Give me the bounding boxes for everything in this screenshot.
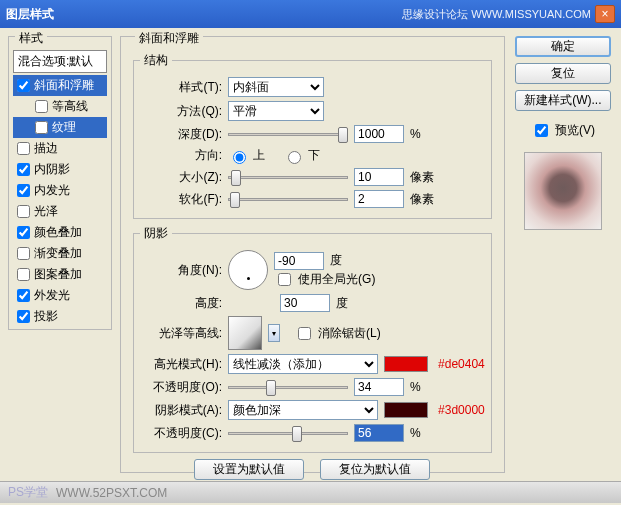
gloss-contour-picker[interactable] bbox=[228, 316, 262, 350]
style-item-label: 外发光 bbox=[34, 287, 70, 304]
shading-group: 阴影 角度(N): 度 使用全局光(G) 高度: bbox=[133, 225, 492, 453]
styles-panel: 样式 混合选项:默认 斜面和浮雕等高线纹理描边内阴影内发光光泽颜色叠加渐变叠加图… bbox=[8, 36, 112, 330]
blend-options-header[interactable]: 混合选项:默认 bbox=[13, 50, 107, 73]
highlight-opacity-label: 不透明度(O): bbox=[140, 379, 222, 396]
shadow-opacity-input[interactable] bbox=[354, 424, 404, 442]
style-item-2[interactable]: 纹理 bbox=[13, 117, 107, 138]
soften-slider[interactable] bbox=[228, 190, 348, 208]
gloss-contour-label: 光泽等高线: bbox=[140, 325, 222, 342]
styles-legend: 样式 bbox=[15, 30, 47, 47]
highlight-color-swatch[interactable] bbox=[384, 356, 428, 372]
depth-slider[interactable] bbox=[228, 125, 348, 143]
pct-label: % bbox=[410, 127, 421, 141]
soften-label: 软化(F): bbox=[140, 191, 222, 208]
shadow-color-swatch[interactable] bbox=[384, 402, 428, 418]
style-item-1[interactable]: 等高线 bbox=[13, 96, 107, 117]
style-item-label: 描边 bbox=[34, 140, 58, 157]
style-item-checkbox[interactable] bbox=[17, 163, 30, 176]
direction-up-radio[interactable]: 上 bbox=[228, 147, 265, 164]
style-item-0[interactable]: 斜面和浮雕 bbox=[13, 75, 107, 96]
preview-thumbnail bbox=[524, 152, 602, 230]
style-item-label: 斜面和浮雕 bbox=[34, 77, 94, 94]
style-item-label: 图案叠加 bbox=[34, 266, 82, 283]
size-label: 大小(Z): bbox=[140, 169, 222, 186]
reset-default-button[interactable]: 复位为默认值 bbox=[320, 459, 430, 480]
footer-badge: PS学堂 bbox=[8, 484, 48, 501]
preview-checkbox[interactable]: 预览(V) bbox=[531, 121, 595, 140]
highlight-mode-select[interactable]: 线性减淡（添加） bbox=[228, 354, 378, 374]
highlight-opacity-input[interactable] bbox=[354, 378, 404, 396]
style-item-checkbox[interactable] bbox=[17, 226, 30, 239]
style-item-9[interactable]: 图案叠加 bbox=[13, 264, 107, 285]
style-item-label: 内阴影 bbox=[34, 161, 70, 178]
style-item-10[interactable]: 外发光 bbox=[13, 285, 107, 306]
style-item-checkbox[interactable] bbox=[35, 100, 48, 113]
style-label: 样式(T): bbox=[140, 79, 222, 96]
highlight-opacity-slider[interactable] bbox=[228, 378, 348, 396]
bevel-panel: 斜面和浮雕 结构 样式(T): 内斜面 方法(Q): 平滑 深度(D): % bbox=[120, 36, 505, 473]
style-item-checkbox[interactable] bbox=[17, 247, 30, 260]
brand-text: 思缘设计论坛 WWW.MISSYUAN.COM bbox=[402, 7, 591, 22]
highlight-hex-annotation: #de0404 bbox=[438, 357, 485, 371]
style-item-label: 颜色叠加 bbox=[34, 224, 82, 241]
depth-label: 深度(D): bbox=[140, 126, 222, 143]
shadow-hex-annotation: #3d0000 bbox=[438, 403, 485, 417]
style-item-4[interactable]: 内阴影 bbox=[13, 159, 107, 180]
style-item-checkbox[interactable] bbox=[17, 268, 30, 281]
style-select[interactable]: 内斜面 bbox=[228, 77, 324, 97]
style-item-label: 等高线 bbox=[52, 98, 88, 115]
method-label: 方法(Q): bbox=[140, 103, 222, 120]
gloss-contour-dropdown[interactable]: ▾ bbox=[268, 324, 280, 342]
angle-wheel[interactable] bbox=[228, 250, 268, 290]
bevel-legend: 斜面和浮雕 bbox=[135, 30, 203, 47]
status-bar: PS学堂 WWW.52PSXT.COM bbox=[0, 481, 621, 503]
style-item-8[interactable]: 渐变叠加 bbox=[13, 243, 107, 264]
style-item-checkbox[interactable] bbox=[17, 310, 30, 323]
style-item-5[interactable]: 内发光 bbox=[13, 180, 107, 201]
size-input[interactable] bbox=[354, 168, 404, 186]
style-item-3[interactable]: 描边 bbox=[13, 138, 107, 159]
style-item-6[interactable]: 光泽 bbox=[13, 201, 107, 222]
structure-group: 结构 样式(T): 内斜面 方法(Q): 平滑 深度(D): % 方向: bbox=[133, 52, 492, 219]
px-label: 像素 bbox=[410, 169, 434, 186]
depth-input[interactable] bbox=[354, 125, 404, 143]
window-title: 图层样式 bbox=[6, 6, 402, 23]
make-default-button[interactable]: 设置为默认值 bbox=[194, 459, 304, 480]
style-item-label: 内发光 bbox=[34, 182, 70, 199]
title-bar: 图层样式 思缘设计论坛 WWW.MISSYUAN.COM × bbox=[0, 0, 621, 28]
style-item-checkbox[interactable] bbox=[17, 184, 30, 197]
style-item-checkbox[interactable] bbox=[35, 121, 48, 134]
shadow-opacity-slider[interactable] bbox=[228, 424, 348, 442]
shading-legend: 阴影 bbox=[140, 225, 172, 242]
structure-legend: 结构 bbox=[140, 52, 172, 69]
style-item-checkbox[interactable] bbox=[17, 142, 30, 155]
direction-label: 方向: bbox=[140, 147, 222, 164]
soften-input[interactable] bbox=[354, 190, 404, 208]
antialias-checkbox[interactable]: 消除锯齿(L) bbox=[294, 324, 381, 343]
global-light-checkbox[interactable]: 使用全局光(G) bbox=[274, 270, 375, 289]
close-button[interactable]: × bbox=[595, 5, 615, 23]
highlight-mode-label: 高光模式(H): bbox=[140, 356, 222, 373]
style-item-checkbox[interactable] bbox=[17, 205, 30, 218]
angle-label: 角度(N): bbox=[140, 262, 222, 279]
style-item-label: 光泽 bbox=[34, 203, 58, 220]
style-item-checkbox[interactable] bbox=[17, 79, 30, 92]
size-slider[interactable] bbox=[228, 168, 348, 186]
angle-input[interactable] bbox=[274, 252, 324, 270]
shadow-opacity-label: 不透明度(C): bbox=[140, 425, 222, 442]
style-item-7[interactable]: 颜色叠加 bbox=[13, 222, 107, 243]
direction-down-radio[interactable]: 下 bbox=[283, 147, 320, 164]
style-item-label: 纹理 bbox=[52, 119, 76, 136]
ok-button[interactable]: 确定 bbox=[515, 36, 611, 57]
shadow-mode-select[interactable]: 颜色加深 bbox=[228, 400, 378, 420]
style-item-11[interactable]: 投影 bbox=[13, 306, 107, 327]
style-item-checkbox[interactable] bbox=[17, 289, 30, 302]
method-select[interactable]: 平滑 bbox=[228, 101, 324, 121]
cancel-button[interactable]: 复位 bbox=[515, 63, 611, 84]
altitude-input[interactable] bbox=[280, 294, 330, 312]
shadow-mode-label: 阴影模式(A): bbox=[140, 402, 222, 419]
style-item-label: 渐变叠加 bbox=[34, 245, 82, 262]
new-style-button[interactable]: 新建样式(W)... bbox=[515, 90, 611, 111]
footer-url: WWW.52PSXT.COM bbox=[56, 486, 167, 500]
style-item-label: 投影 bbox=[34, 308, 58, 325]
